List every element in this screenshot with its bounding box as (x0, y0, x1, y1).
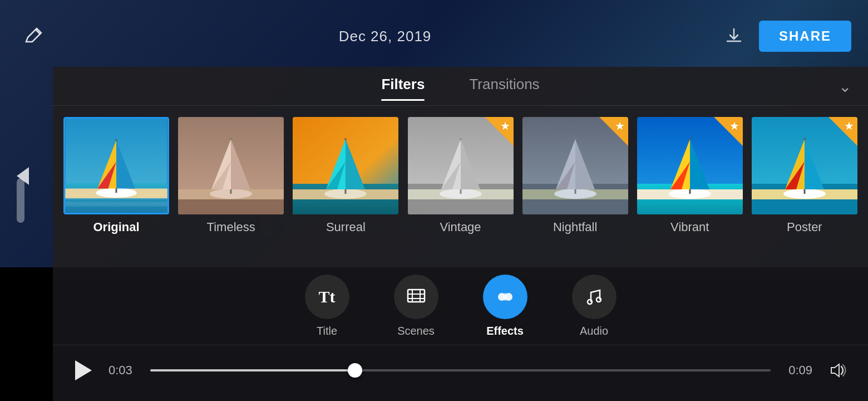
play-icon (75, 360, 92, 380)
filter-label-timeless: Timeless (207, 220, 255, 234)
progress-track[interactable] (150, 369, 771, 371)
audio-icon (584, 287, 604, 307)
time-start: 0:03 (108, 363, 139, 378)
playback-bar: 0:03 0:09 (53, 345, 868, 395)
filter-thumb-poster (752, 117, 857, 214)
tab-transitions[interactable]: Transitions (469, 76, 539, 96)
svg-point-65 (503, 293, 507, 301)
filter-thumb-nightfall (522, 117, 628, 214)
side-scroll-handle[interactable] (17, 178, 24, 223)
filter-surreal[interactable]: Surreal (293, 117, 398, 234)
filters-row: Original (53, 106, 868, 234)
filter-label-surreal: Surreal (326, 220, 366, 234)
tool-label-effects: Effects (486, 325, 524, 338)
top-right-actions: SHARE (720, 21, 851, 52)
panel-tabs: Filters Transitions ⌄ (53, 67, 868, 106)
tool-effects[interactable]: Effects (483, 275, 527, 338)
chevron-down-icon[interactable]: ⌄ (839, 77, 851, 95)
bottom-toolbar: Tt Title Scenes (53, 267, 868, 345)
effects-icon (494, 286, 516, 308)
svg-point-67 (596, 297, 601, 302)
filter-thumb-vibrant (637, 117, 743, 214)
filter-nightfall[interactable]: Nightfall (523, 117, 628, 234)
filter-label-original: Original (93, 220, 140, 234)
svg-point-66 (588, 300, 592, 304)
scenes-icon-circle (394, 275, 438, 319)
premium-badge-poster (828, 117, 857, 146)
filter-thumb-surreal (293, 117, 398, 214)
filter-timeless[interactable]: Timeless (179, 117, 283, 234)
filter-poster[interactable]: Poster (752, 117, 857, 234)
tool-label-scenes: Scenes (397, 325, 435, 338)
svg-rect-3 (65, 202, 167, 207)
download-button[interactable] (720, 22, 748, 50)
share-button[interactable]: SHARE (759, 21, 851, 52)
filter-thumb-vintage (408, 117, 514, 214)
scenes-icon (406, 287, 426, 307)
tool-label-audio: Audio (580, 325, 608, 338)
filter-panel: Filters Transitions ⌄ (53, 67, 868, 278)
title-icon-circle: Tt (305, 275, 349, 319)
premium-badge-vintage (485, 117, 514, 146)
premium-badge-nightfall (599, 117, 628, 146)
filter-label-nightfall: Nightfall (553, 220, 597, 234)
filter-label-poster: Poster (787, 220, 822, 234)
filter-label-vintage: Vintage (440, 220, 481, 234)
tab-filters[interactable]: Filters (381, 76, 425, 96)
progress-thumb[interactable] (348, 363, 362, 378)
title-icon: Tt (319, 287, 336, 306)
filter-vibrant[interactable]: Vibrant (638, 117, 742, 234)
top-bar: Dec 26, 2019 SHARE (0, 0, 868, 72)
progress-fill (150, 369, 355, 371)
play-button[interactable] (70, 356, 97, 384)
effects-icon-circle (483, 275, 527, 319)
filter-vintage[interactable]: Vintage (408, 117, 512, 234)
filter-original[interactable]: Original (64, 117, 169, 234)
bottom-section: Tt Title Scenes (53, 267, 868, 401)
volume-icon (828, 361, 847, 380)
tool-title[interactable]: Tt Title (305, 275, 349, 338)
time-end: 0:09 (782, 363, 812, 378)
filter-thumb-original (63, 117, 169, 214)
back-button[interactable] (17, 167, 29, 185)
audio-icon-circle (572, 275, 617, 319)
premium-badge-vibrant (714, 117, 743, 146)
tool-scenes[interactable]: Scenes (394, 275, 438, 338)
tool-audio[interactable]: Audio (572, 275, 617, 338)
pencil-button[interactable] (17, 19, 50, 53)
filter-thumb-timeless (178, 117, 284, 214)
svg-rect-58 (408, 290, 425, 302)
volume-button[interactable] (823, 356, 851, 384)
filter-label-vibrant: Vibrant (670, 220, 709, 234)
tool-label-title: Title (317, 325, 337, 338)
date-title: Dec 26, 2019 (339, 28, 432, 45)
